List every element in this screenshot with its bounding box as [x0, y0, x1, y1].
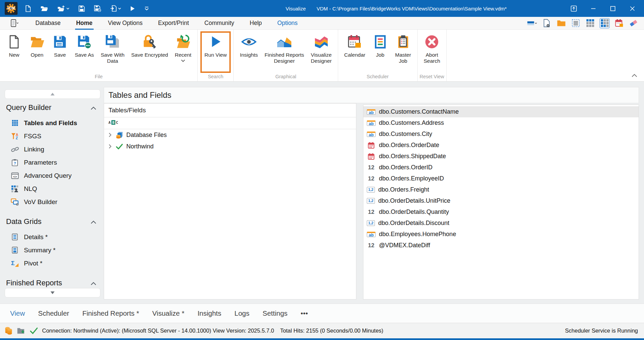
field-item[interactable]: 1,2dbo.OrderDetails.Discount: [363, 218, 639, 229]
ribbon-button-new[interactable]: New: [3, 31, 26, 73]
field-item[interactable]: 1,2dbo.Orders.Freight: [363, 184, 639, 195]
bottom-tab-insights[interactable]: Insights: [197, 309, 221, 317]
customize-icon[interactable]: [144, 6, 149, 11]
sidebar-item-pivot[interactable]: ΣPivot *: [1, 257, 104, 270]
field-item[interactable]: abdbo.Employees.HomePhone: [363, 229, 639, 240]
ribbon-button-calendar[interactable]: Calendar: [341, 31, 369, 73]
calendar-small-icon[interactable]: [614, 18, 624, 28]
ribbon-button-save-with-data[interactable]: Save WithData: [97, 31, 128, 73]
sidebar-scroll-down-button[interactable]: [5, 288, 100, 298]
menu-tab-home[interactable]: Home: [68, 17, 100, 30]
open-folder-icon[interactable]: [40, 5, 48, 12]
field-item[interactable]: abdbo.Customers.ContactName: [363, 106, 639, 117]
field-item[interactable]: 12dbo.OrderDetails.Quantity: [363, 206, 639, 218]
abc-sort-icon[interactable]: ABC: [108, 119, 119, 127]
menu-tab-export-print[interactable]: Export/Print: [150, 17, 196, 30]
run-icon[interactable]: [130, 6, 135, 11]
field-item[interactable]: dbo.Orders.ShippedDate: [363, 151, 639, 162]
outline-menu-icon[interactable]: [9, 19, 20, 28]
sidebar-scroll-up-button[interactable]: [5, 89, 100, 99]
ribbon-button-master-job[interactable]: MasterJob: [392, 31, 415, 73]
app-logo: VDM: [5, 2, 18, 15]
field-item[interactable]: 12dbo.Orders.EmployeeID: [363, 173, 639, 184]
menu-tab-database[interactable]: Database: [28, 17, 68, 30]
summary-icon: [11, 247, 19, 254]
integer-field-icon: 12: [367, 164, 376, 171]
maximize-button[interactable]: [603, 0, 622, 17]
menu-tab-community[interactable]: Community: [197, 17, 242, 30]
field-item-label: dbo.OrderDetails.Discount: [378, 220, 449, 227]
file-settings-icon[interactable]: [542, 18, 552, 28]
chevron-up-icon[interactable]: [91, 279, 96, 287]
save-icon[interactable]: [78, 5, 85, 12]
close-button[interactable]: [622, 0, 642, 17]
chevron-right-icon[interactable]: [107, 133, 112, 137]
sidebar-item-summary[interactable]: Summary *: [1, 244, 104, 257]
tables-fields-panel: Tables/Fields ABC Database FilesNorthwin…: [104, 103, 356, 300]
eraser-icon[interactable]: [629, 18, 639, 28]
field-item[interactable]: 1,2dbo.OrderDetails.UnitPrice: [363, 195, 639, 206]
ribbon-button-insights[interactable]: Insights: [236, 31, 261, 73]
sidebar-item-details[interactable]: Details *: [1, 230, 104, 244]
ribbon-button-abort-search[interactable]: AbortSearch: [420, 31, 444, 73]
field-item[interactable]: abdbo.Customers.City: [363, 129, 639, 140]
date-field-icon: [367, 153, 376, 160]
grid-layout-icon[interactable]: [585, 18, 595, 28]
new-file-icon[interactable]: [25, 5, 31, 12]
ribbon-button-finished-reports-designer[interactable]: Finished ReportsDesigner: [261, 31, 308, 73]
chevron-up-icon[interactable]: [91, 217, 96, 226]
sidebar-item-fsgs[interactable]: AZFSGS: [1, 130, 104, 143]
date-field-icon: [367, 142, 376, 149]
sidebar-section-finished-reports[interactable]: Finished Reports: [1, 277, 104, 289]
menu-tab-view-options[interactable]: View Options: [100, 17, 151, 30]
sidebar-item-label: Advanced Query: [24, 172, 72, 179]
ribbon-button-save[interactable]: Save: [49, 31, 71, 73]
list-layout-icon[interactable]: [571, 18, 581, 28]
sidebar-section-query-builder[interactable]: Query Builder: [1, 102, 104, 114]
grid-layout-active-icon[interactable]: [600, 18, 610, 28]
bottom-tab-[interactable]: •••: [301, 309, 308, 317]
field-item[interactable]: 12dbo.Orders.OrderID: [363, 162, 639, 173]
save-as-icon[interactable]: [94, 5, 101, 12]
bottom-tab-visualize[interactable]: Visualize *: [152, 309, 184, 317]
sidebar-item-parameters[interactable]: ?Parameters: [1, 156, 104, 169]
ribbon-collapse-button[interactable]: [632, 73, 637, 79]
sidebar-item-tables-and-fields[interactable]: Tables and Fields: [1, 116, 104, 130]
bottom-tab-scheduler[interactable]: Scheduler: [38, 309, 69, 317]
ribbon-button-save-encrypted[interactable]: Save Encrypted: [128, 31, 171, 73]
sidebar-section-data-grids[interactable]: Data Grids: [1, 216, 104, 228]
open-recent-icon[interactable]: [57, 5, 69, 12]
bottom-tab-settings[interactable]: Settings: [263, 309, 288, 317]
ribbon-button-save-as[interactable]: Save As: [71, 31, 97, 73]
minimize-button[interactable]: [583, 0, 603, 17]
ribbon-button-run-view[interactable]: Run View: [200, 31, 231, 73]
ribbon-button-label: Calendar: [344, 52, 365, 58]
sidebar-item-advanced-query[interactable]: <>Advanced Query: [1, 169, 104, 182]
bottom-tab-logs[interactable]: Logs: [234, 309, 249, 317]
window-bottom-edge: [0, 338, 644, 340]
folder-icon[interactable]: [556, 18, 566, 28]
ribbon-button-visualize-designer[interactable]: VisualizeDesigner: [308, 31, 335, 73]
tree-item-database-files[interactable]: Database Files: [104, 129, 356, 141]
ribbon-button-open[interactable]: Open: [26, 31, 49, 73]
field-item[interactable]: 12@VDMEX.DateDiff: [363, 240, 639, 251]
bottom-tab-view[interactable]: View: [10, 309, 25, 317]
chevron-up-icon[interactable]: [91, 103, 96, 112]
ribbon-button-job[interactable]: Job: [369, 31, 392, 73]
sidebar-item-linking[interactable]: Linking: [1, 143, 104, 156]
chevron-right-icon[interactable]: [107, 144, 112, 149]
popup-button[interactable]: [564, 0, 583, 17]
sidebar-item-nlq[interactable]: NLQ: [1, 182, 104, 195]
field-item[interactable]: dbo.Orders.OrderDate: [363, 140, 639, 151]
tree-item-northwind[interactable]: Northwind: [104, 141, 356, 152]
menu-tab-help[interactable]: Help: [242, 17, 269, 30]
field-item[interactable]: abdbo.Customers.Address: [363, 117, 639, 129]
text-field-icon: ab: [367, 232, 376, 237]
ribbon-group-label: Search: [199, 73, 232, 81]
export-icon[interactable]: [110, 5, 121, 12]
menu-tab-options[interactable]: Options: [269, 17, 305, 30]
ribbon-button-recent[interactable]: Recent: [171, 31, 195, 73]
theme-picker-icon[interactable]: [527, 18, 537, 28]
sidebar-item-vov-builder[interactable]: VoV Builder: [1, 195, 104, 208]
bottom-tab-finished-reports[interactable]: Finished Reports *: [82, 309, 139, 317]
